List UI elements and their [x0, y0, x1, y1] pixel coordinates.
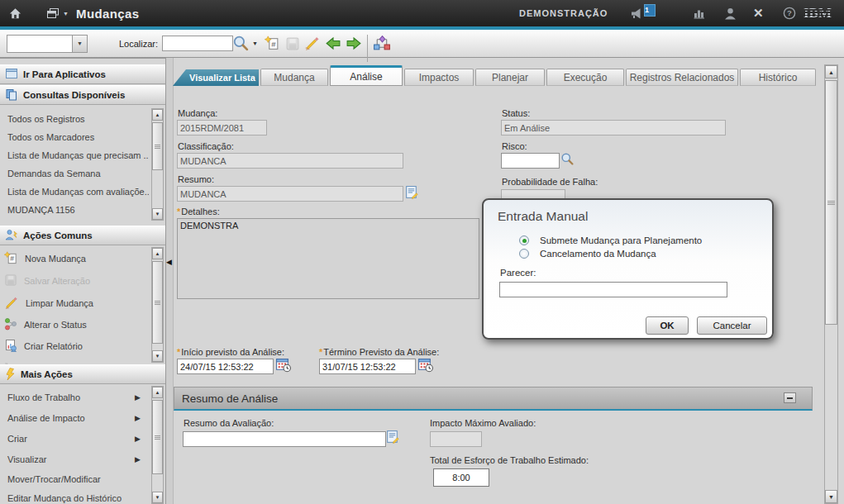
tab-impactos[interactable]: Impactos [404, 69, 474, 86]
profile-icon[interactable] [724, 0, 737, 26]
home-icon[interactable] [8, 0, 22, 26]
long-description-icon[interactable] [404, 185, 419, 202]
more-action-mover-trocar[interactable]: Mover/Trocar/Modificar [0, 469, 149, 489]
more-actions-scrollbar[interactable]: ▲ ▼ [151, 386, 164, 504]
tab-analise[interactable]: Análise [330, 65, 403, 86]
maximo-mudancas-app: ▼ Mudanças DEMONSTRAÇÃO 1 ✕ ? IBM ▼ Loca… [0, 0, 844, 504]
sidebar-collapse-icon[interactable]: ◀ [166, 258, 172, 266]
more-action-visualizar[interactable]: Visualizar ▶ [0, 449, 149, 469]
scroll-up-icon[interactable]: ▲ [825, 65, 837, 78]
tab-mudanca[interactable]: Mudança [260, 69, 328, 86]
saved-query-value[interactable] [7, 36, 72, 52]
more-action-editar-historico[interactable]: Editar Mudança do Histórico [0, 488, 149, 504]
sidebar-divider[interactable] [166, 58, 174, 504]
more-action-fluxo-trabalho[interactable]: Fluxo de Trabalho ▶ [0, 388, 149, 407]
query-item[interactable]: Lista de Mudanças que precisam ... [0, 146, 149, 164]
window-stack-menu[interactable]: ▼ [45, 0, 69, 26]
scroll-down-icon[interactable]: ▼ [152, 208, 163, 220]
scroll-down-icon[interactable]: ▼ [152, 350, 163, 362]
scroll-down-icon[interactable]: ▼ [152, 492, 163, 503]
search-input[interactable] [162, 36, 233, 51]
ibm-logo: IBM [803, 0, 832, 26]
scroll-thumb[interactable] [825, 80, 837, 325]
query-item[interactable]: Lista de Mudanças com avaliaçõe... [0, 183, 149, 201]
ok-button[interactable]: OK [646, 316, 689, 335]
impacto-maximo-input[interactable] [430, 431, 482, 447]
resumo-analise-section-header[interactable]: Resumo de Análise [174, 387, 813, 411]
status-input[interactable] [501, 120, 726, 136]
query-item[interactable]: Todos os Marcadores [0, 128, 149, 146]
application-window-icon [5, 68, 18, 81]
scroll-down-icon[interactable]: ▼ [825, 490, 837, 503]
action-criar-relatorio[interactable]: Criar Relatório [0, 336, 149, 356]
queries-scrollbar[interactable]: ▲ ▼ [151, 108, 164, 221]
inicio-calendar-icon[interactable] [275, 357, 292, 374]
detalhes-textarea[interactable]: DEMONSTRA [177, 218, 479, 299]
more-action-criar[interactable]: Criar ▶ [0, 429, 149, 449]
query-item[interactable]: Todos os Registros [0, 110, 149, 128]
logout-icon[interactable]: ✕ [753, 0, 764, 26]
scroll-up-icon[interactable]: ▲ [152, 248, 163, 259]
new-record-icon[interactable]: # [265, 30, 280, 57]
risco-label: Risco: [502, 141, 527, 151]
resumo-input[interactable] [177, 186, 403, 202]
action-label: Visualizar [4, 454, 47, 464]
entrada-manual-dialog: Entrada Manual Submete Mudança para Plan… [482, 198, 774, 340]
parecer-input[interactable] [499, 282, 727, 297]
sidebar-section-consultas[interactable]: Consultas Disponíveis [0, 85, 165, 105]
esforco-input[interactable] [433, 468, 489, 487]
query-item[interactable]: MUDANÇA 1156 [0, 201, 149, 219]
detalhes-label: *Detalhes: [177, 207, 220, 216]
section-label: Consultas Disponíveis [23, 90, 125, 100]
query-item[interactable]: Demandas da Semana [0, 164, 149, 183]
sidebar-section-mais-acoes[interactable]: Mais Ações [0, 364, 165, 384]
scroll-thumb[interactable] [152, 400, 163, 474]
workflow-icon[interactable] [373, 30, 392, 57]
resumo-avaliacao-input[interactable] [183, 431, 386, 447]
risco-input[interactable] [501, 153, 560, 169]
more-action-analise-impacto[interactable]: Análise de Impacto ▶ [0, 408, 149, 428]
termino-previsto-input[interactable] [319, 359, 416, 374]
content-scrollbar[interactable]: ▲ ▼ [824, 64, 838, 504]
action-salvar-alteracao[interactable]: Salvar Alteração [0, 271, 149, 291]
radio-cancelamento[interactable] [519, 249, 529, 259]
termino-calendar-icon[interactable] [417, 357, 434, 374]
scroll-up-icon[interactable]: ▲ [152, 109, 163, 121]
announcements-icon[interactable] [630, 0, 645, 26]
long-description-icon[interactable] [385, 430, 400, 446]
radio-label[interactable]: Submete Mudança para Planejamento [540, 235, 702, 245]
combobox-dropdown-icon[interactable]: ▼ [72, 36, 87, 52]
saved-query-combobox[interactable]: ▼ [7, 35, 88, 53]
radio-label[interactable]: Cancelamento da Mudança [540, 249, 656, 259]
radio-submete-planejamento[interactable] [519, 235, 529, 245]
next-record-icon[interactable] [346, 30, 362, 57]
scroll-up-icon[interactable]: ▲ [152, 387, 163, 398]
previous-record-icon[interactable] [325, 30, 341, 57]
risco-lookup-icon[interactable] [560, 152, 575, 168]
tab-planejar[interactable]: Planejar [475, 69, 545, 86]
cancel-button[interactable]: Cancelar [697, 316, 767, 335]
mudanca-input[interactable] [177, 120, 267, 136]
sidebar-item-go-to-applications[interactable]: Ir Para Aplicativos [0, 64, 165, 84]
save-icon[interactable] [285, 30, 300, 57]
help-icon[interactable]: ? [783, 0, 796, 26]
search-icon[interactable] [232, 30, 250, 57]
sidebar-section-acoes-comuns[interactable]: Ações Comuns [0, 226, 165, 245]
toolbar-separator [367, 35, 368, 62]
classificacao-input[interactable] [177, 153, 403, 169]
common-actions-scrollbar[interactable]: ▲ ▼ [151, 247, 164, 363]
scroll-thumb[interactable] [152, 261, 163, 344]
action-limpar-mudanca[interactable]: Limpar Mudança [0, 293, 149, 313]
tab-registros-relacionados[interactable]: Registros Relacionados [626, 69, 738, 86]
scroll-thumb[interactable] [152, 122, 163, 170]
inicio-previsto-input[interactable] [177, 359, 274, 374]
reports-chart-icon[interactable] [693, 0, 706, 26]
tab-historico[interactable]: Histórico [740, 69, 816, 86]
tab-execucao[interactable]: Execução [546, 69, 624, 86]
action-nova-mudanca[interactable]: # Nova Mudança [0, 249, 149, 269]
tab-visualizar-lista[interactable]: Visualizar Lista [173, 69, 259, 86]
minimize-section-icon[interactable] [784, 392, 796, 403]
action-alterar-status[interactable]: Alterar o Status [0, 315, 149, 335]
search-options-dropdown-icon[interactable]: ▼ [252, 30, 258, 57]
clear-record-icon[interactable] [304, 30, 321, 57]
